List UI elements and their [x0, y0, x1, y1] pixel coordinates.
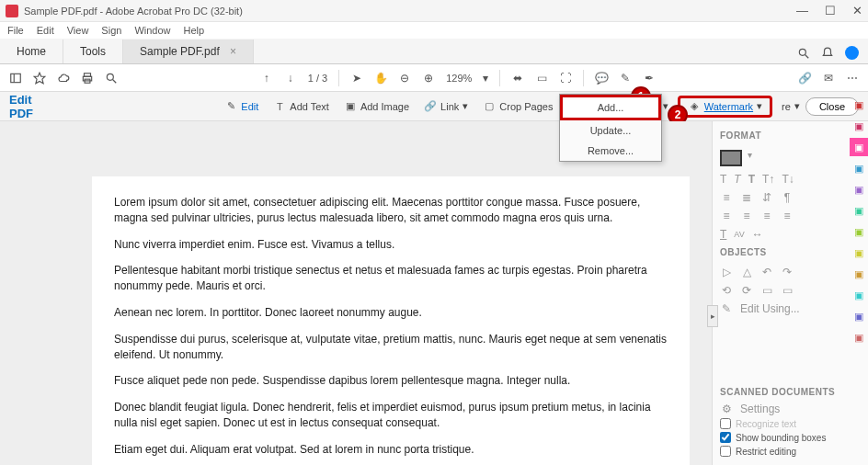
- more-button[interactable]: re▾: [776, 97, 805, 115]
- zoom-dropdown-icon[interactable]: ▾: [483, 72, 488, 85]
- star-icon[interactable]: [33, 72, 46, 85]
- edit-button[interactable]: ✎Edit: [219, 97, 264, 116]
- add-text-button[interactable]: TAdd Text: [268, 97, 335, 116]
- tab-close-icon[interactable]: ×: [230, 45, 236, 58]
- cloud-icon[interactable]: [57, 72, 70, 85]
- crop-button[interactable]: ▢Crop Pages: [477, 97, 558, 116]
- zoom-out-icon[interactable]: ⊖: [398, 72, 411, 85]
- account-icon[interactable]: [845, 46, 859, 60]
- vtab-organize-icon[interactable]: ▣: [850, 201, 868, 220]
- align-justify-icon[interactable]: ≡: [781, 210, 794, 222]
- paragraph-spacing-icon[interactable]: ¶: [781, 191, 794, 204]
- comment-icon[interactable]: 💬: [595, 72, 608, 85]
- vtab-redact-icon[interactable]: ▣: [850, 244, 868, 262]
- hand-icon[interactable]: ✋: [374, 72, 387, 85]
- search-icon[interactable]: [797, 47, 810, 60]
- pointer-icon[interactable]: ➤: [350, 72, 363, 85]
- close-window-button[interactable]: ✕: [852, 4, 862, 17]
- vtab-create-icon[interactable]: ▣: [850, 96, 868, 114]
- dropdown-remove[interactable]: Remove...: [560, 141, 661, 161]
- highlight-icon[interactable]: ✎: [619, 72, 632, 85]
- vtab-combine-icon[interactable]: ▣: [850, 222, 868, 241]
- bounding-boxes-row[interactable]: Show bounding boxes: [720, 432, 861, 443]
- tab-tools[interactable]: Tools: [63, 40, 123, 63]
- restrict-checkbox[interactable]: [720, 446, 731, 457]
- add-image-button[interactable]: ▣Add Image: [338, 97, 415, 116]
- crop-icon: ▢: [483, 100, 496, 113]
- more-tools-icon[interactable]: ⋯: [846, 72, 859, 85]
- rotate-ccw-icon[interactable]: ⟲: [720, 284, 733, 297]
- sidebar-toggle-icon[interactable]: [9, 72, 22, 85]
- zoom-level[interactable]: 129%: [446, 73, 472, 84]
- bell-icon[interactable]: [821, 47, 834, 60]
- page-up-icon[interactable]: ↑: [260, 72, 273, 85]
- rotate-cw-icon[interactable]: ⟳: [740, 284, 753, 297]
- menu-file[interactable]: File: [7, 25, 24, 36]
- recognize-checkbox[interactable]: [720, 418, 731, 429]
- read-mode-icon[interactable]: ⛶: [559, 72, 572, 85]
- tab-document[interactable]: Sample PDF.pdf ×: [123, 40, 254, 63]
- share-link-icon[interactable]: 🔗: [798, 72, 811, 85]
- dropdown-update[interactable]: Update...: [560, 120, 661, 141]
- flip-vertical-icon[interactable]: ▷: [720, 266, 733, 278]
- sign-icon[interactable]: ✒: [643, 72, 656, 85]
- rotate-left-icon[interactable]: ↶: [760, 266, 773, 278]
- crop-label: Crop Pages: [499, 101, 553, 112]
- link-button[interactable]: 🔗Link▾: [418, 97, 474, 116]
- baseline-icon[interactable]: ↔: [752, 228, 763, 241]
- flip-horizontal-icon[interactable]: △: [740, 266, 753, 278]
- document-viewport[interactable]: Lorem ipsum dolor sit amet, consectetuer…: [0, 121, 712, 465]
- fit-width-icon[interactable]: ⬌: [511, 72, 524, 85]
- font-regular-icon[interactable]: T: [720, 173, 726, 186]
- menu-edit[interactable]: Edit: [37, 25, 54, 36]
- zoom-in-icon[interactable]: ⊕: [422, 72, 435, 85]
- vtab-more-icon[interactable]: ▣: [850, 328, 868, 346]
- menu-sign[interactable]: Sign: [101, 25, 121, 36]
- vtab-export-icon[interactable]: ▣: [850, 117, 868, 135]
- menu-view[interactable]: View: [67, 25, 89, 36]
- font-italic-icon[interactable]: T: [734, 173, 740, 186]
- page-current[interactable]: 1: [308, 73, 314, 84]
- minimize-button[interactable]: —: [796, 4, 808, 17]
- menu-help[interactable]: Help: [184, 25, 205, 36]
- share-email-icon[interactable]: ✉: [822, 72, 835, 85]
- vtab-sign-icon[interactable]: ▣: [850, 180, 868, 198]
- vtab-comment-icon[interactable]: ▣: [850, 159, 868, 177]
- font-bold-icon[interactable]: T: [748, 173, 755, 186]
- search-toolbar-icon[interactable]: [105, 72, 118, 85]
- window-controls: — ☐ ✕: [796, 4, 862, 17]
- maximize-button[interactable]: ☐: [825, 4, 836, 17]
- tab-home[interactable]: Home: [0, 40, 63, 63]
- char-spacing-label[interactable]: AV: [734, 230, 744, 239]
- arrange-icon[interactable]: ▭: [760, 284, 773, 297]
- line-spacing-icon[interactable]: ⇵: [760, 191, 773, 204]
- vtab-edit-icon[interactable]: ▣: [850, 138, 868, 156]
- align-objects-icon[interactable]: ▭: [781, 284, 794, 297]
- watermark-button[interactable]: ◈ Watermark ▾: [678, 96, 772, 118]
- vtab-protect-icon[interactable]: ▣: [850, 265, 868, 283]
- vtab-send-icon[interactable]: ▣: [850, 307, 868, 325]
- vtab-compress-icon[interactable]: ▣: [850, 286, 868, 304]
- font-size-down-icon[interactable]: T↓: [782, 173, 794, 186]
- recognize-text-row[interactable]: Recognize text: [720, 418, 861, 429]
- menu-window[interactable]: Window: [134, 25, 170, 36]
- dropdown-add[interactable]: Add...: [560, 95, 661, 120]
- align-right-icon[interactable]: ≡: [760, 210, 773, 222]
- rotate-right-icon[interactable]: ↷: [781, 266, 794, 278]
- panel-collapse-handle[interactable]: ▸: [707, 305, 718, 327]
- bbox-checkbox[interactable]: [720, 432, 731, 443]
- list-numbered-icon[interactable]: ≣: [740, 191, 753, 204]
- horizontal-scale-icon[interactable]: T: [720, 228, 726, 241]
- chevron-down-icon[interactable]: ▾: [748, 150, 752, 166]
- page-down-icon[interactable]: ↓: [284, 72, 297, 85]
- color-swatch[interactable]: [720, 150, 742, 166]
- settings-label[interactable]: Settings: [740, 403, 780, 415]
- print-icon[interactable]: [81, 72, 94, 85]
- font-size-up-icon[interactable]: T↑: [762, 173, 774, 186]
- edit-using-label[interactable]: Edit Using...: [740, 302, 800, 315]
- page-display-icon[interactable]: ▭: [535, 72, 548, 85]
- list-bullets-icon[interactable]: ≡: [720, 191, 733, 204]
- align-center-icon[interactable]: ≡: [740, 210, 753, 222]
- align-left-icon[interactable]: ≡: [720, 210, 733, 222]
- restrict-editing-row[interactable]: Restrict editing: [720, 446, 861, 457]
